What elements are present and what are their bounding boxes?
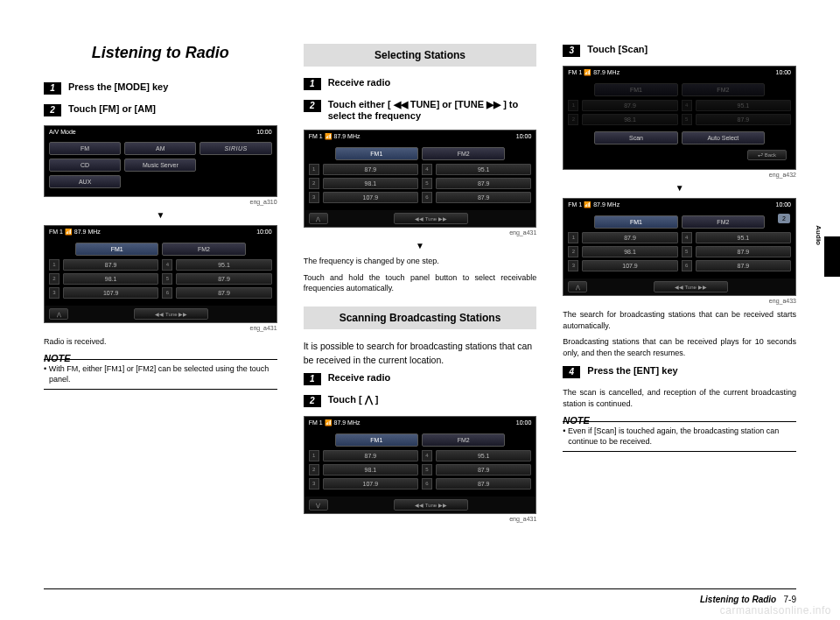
preset-button[interactable]: 87.9 <box>436 192 531 203</box>
fm1-tab[interactable]: FM1 <box>335 433 418 447</box>
rule <box>44 359 277 360</box>
preset-index: 5 <box>162 273 172 285</box>
screenshot-scan-result: FM 1 📶 87.9 MHz 10:00 2 FM1 FM2 1 87.9 4… <box>563 198 796 296</box>
preset-index: 1 <box>568 232 578 243</box>
preset-button[interactable]: 95.1 <box>176 259 271 271</box>
preset-button[interactable]: 87.9 <box>582 232 677 243</box>
step-number-icon: 3 <box>563 45 580 57</box>
preset-button[interactable]: 87.9 <box>176 287 271 299</box>
preset-index: 4 <box>162 259 172 271</box>
preset-button[interactable]: 87.9 <box>436 178 531 189</box>
shot-title: FM 1 📶 87.9 MHz <box>49 229 101 236</box>
preset-index: 3 <box>568 260 578 271</box>
image-caption: eng_a433 <box>563 298 796 304</box>
preset-button[interactable]: 107.9 <box>63 287 158 299</box>
scan-button[interactable]: Scan <box>594 131 677 144</box>
preset-button[interactable]: 98.1 <box>582 246 677 257</box>
preset-button: 87.9 <box>696 114 791 125</box>
step-2: 2 Touch [FM] or [AM] <box>44 103 277 116</box>
badge: 2 <box>778 214 790 223</box>
tune-button[interactable]: ◀◀ Tune ▶▶ <box>654 281 728 292</box>
preset-button[interactable]: 98.1 <box>323 464 418 476</box>
preset-button[interactable]: 87.9 <box>323 164 418 175</box>
expand-button[interactable]: ⋀ <box>309 213 328 224</box>
step-number-icon: 4 <box>563 366 580 378</box>
rule <box>563 421 796 422</box>
fm2-tab[interactable]: FM2 <box>682 215 765 229</box>
tune-button[interactable]: ◀◀ Tune ▶▶ <box>394 499 468 511</box>
preset-button[interactable]: 87.9 <box>696 246 791 257</box>
step-1: 1 Receive radio <box>304 372 537 385</box>
body-text: Broadcasting stations that can be receiv… <box>563 336 796 358</box>
preset-index: 5 <box>682 246 692 257</box>
screenshot-fm-expand: FM 1 📶 87.9 MHz 10:00 FM1 FM2 1 87.9 4 9… <box>304 416 537 514</box>
screenshot-fm-presets: FM 1 📶 87.9 MHz 10:00 FM1 FM2 1 87.9 4 9… <box>44 225 277 323</box>
preset-button[interactable]: 87.9 <box>176 273 271 285</box>
step-number-icon: 2 <box>304 395 321 407</box>
preset-index: 3 <box>309 478 319 490</box>
shot-title: FM 1 📶 87.9 MHz <box>309 419 360 426</box>
am-button[interactable]: AM <box>124 142 196 155</box>
fm1-tab[interactable]: FM1 <box>594 83 677 96</box>
expand-button[interactable]: ⋀ <box>49 308 68 320</box>
step-number-icon: 1 <box>44 82 61 95</box>
step-number-icon: 1 <box>304 78 321 90</box>
shot-time: 10:00 <box>516 133 532 140</box>
footer-rule <box>44 588 796 589</box>
preset-index: 5 <box>682 114 692 125</box>
tune-button[interactable]: ◀◀ Tune ▶▶ <box>394 213 468 224</box>
preset-button[interactable]: 87.9 <box>323 450 418 461</box>
down-arrow-icon: ▼ <box>563 183 796 193</box>
fm2-tab[interactable]: FM2 <box>422 147 505 160</box>
shot-title: A/V Mode <box>49 129 76 135</box>
preset-button[interactable]: 95.1 <box>696 232 791 243</box>
preset-button[interactable]: 95.1 <box>436 164 531 175</box>
fm1-tab[interactable]: FM1 <box>335 147 418 160</box>
shot-time: 10:00 <box>256 129 272 135</box>
preset-button[interactable]: 87.9 <box>436 464 531 476</box>
cd-button[interactable]: CD <box>49 159 121 172</box>
shot-time: 10:00 <box>516 419 532 426</box>
fm2-tab[interactable]: FM2 <box>162 243 245 256</box>
step-number-icon: 1 <box>304 373 321 385</box>
shot-time: 10:00 <box>775 201 791 208</box>
preset-button[interactable]: 87.9 <box>63 259 158 271</box>
preset-index: 1 <box>309 450 319 461</box>
step-text: Touch [FM] or [AM] <box>68 103 156 114</box>
step-4: 4 Press the [ENT] key <box>563 365 796 378</box>
body-text: The frequency is changed by one step. <box>304 256 537 267</box>
preset-button[interactable]: 107.9 <box>323 478 418 490</box>
preset-button[interactable]: 98.1 <box>323 178 418 189</box>
music-server-button[interactable]: Music Server <box>124 159 196 172</box>
preset-index: 4 <box>422 450 432 461</box>
preset-button[interactable]: 87.9 <box>436 478 531 490</box>
preset-index: 4 <box>682 100 692 111</box>
image-caption: eng_a431 <box>44 325 277 331</box>
step-2: 2 Touch either [ ◀◀ TUNE] or [TUNE ▶▶ ] … <box>304 99 537 121</box>
preset-button[interactable]: 87.9 <box>696 260 791 271</box>
tune-button[interactable]: ◀◀ Tune ▶▶ <box>134 308 208 320</box>
preset-button[interactable]: 95.1 <box>436 450 531 461</box>
fm-button[interactable]: FM <box>49 142 121 155</box>
image-caption: eng_a431 <box>304 516 537 522</box>
fm1-tab[interactable]: FM1 <box>75 243 158 256</box>
section-header: Selecting Stations <box>304 44 537 67</box>
preset-button[interactable]: 107.9 <box>582 260 677 271</box>
fm2-tab[interactable]: FM2 <box>422 433 505 447</box>
body-text: The search for broadcasting stations tha… <box>563 309 796 331</box>
step-2: 2 Touch [ ⋀ ] <box>304 394 537 407</box>
fm2-tab[interactable]: FM2 <box>682 83 765 96</box>
shot-title: FM 1 📶 87.9 MHz <box>568 201 620 208</box>
preset-button[interactable]: 107.9 <box>323 192 418 203</box>
step-text: Press the [ENT] key <box>587 365 677 376</box>
collapse-button[interactable]: ⋁ <box>309 499 328 511</box>
fm1-tab[interactable]: FM1 <box>594 215 677 229</box>
aux-button[interactable]: AUX <box>49 175 121 188</box>
preset-button[interactable]: 98.1 <box>63 273 158 285</box>
body-text: Touch and hold the touch panel button to… <box>304 272 537 294</box>
expand-button[interactable]: ⋀ <box>568 281 587 292</box>
back-button[interactable]: ⮐ Back <box>747 150 787 160</box>
preset-index: 5 <box>422 464 432 476</box>
sirius-button[interactable]: SIRIUS <box>200 142 271 155</box>
auto-select-button[interactable]: Auto Select <box>682 131 765 144</box>
